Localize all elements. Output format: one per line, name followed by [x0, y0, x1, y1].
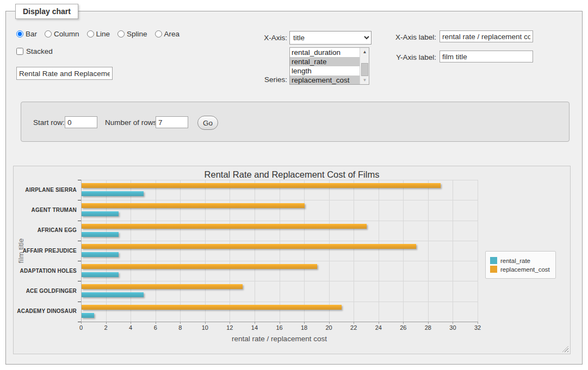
series-list-scrollbar[interactable]: ▲ ▼ — [360, 48, 369, 84]
gridline — [403, 180, 404, 322]
chart-type-label-column[interactable]: Column — [54, 30, 79, 38]
category-label: AIRPLANE SIERRA — [16, 187, 77, 193]
bar-replacement_cost — [82, 244, 416, 249]
gridline — [81, 261, 478, 261]
gridline — [428, 180, 429, 322]
series-listbox[interactable]: rental_durationrental_ratelengthreplacem… — [289, 47, 369, 85]
bar-replacement_cost — [82, 203, 305, 208]
gridline — [106, 180, 107, 322]
bar-replacement_cost — [82, 183, 441, 188]
series-option-length[interactable]: length — [290, 66, 360, 76]
y-axis-label-input[interactable] — [440, 51, 533, 62]
x-tick — [478, 322, 478, 324]
resize-grip-icon[interactable] — [562, 346, 568, 352]
chart-type-label-bar[interactable]: Bar — [26, 30, 37, 38]
chart-title-input[interactable] — [16, 67, 113, 80]
legend-item-replacement_cost[interactable]: replacement_cost — [490, 266, 550, 273]
rows-panel: Start row: Number of rows: Go — [21, 102, 570, 142]
x-axis-label-label: X-Axis label: — [387, 33, 436, 41]
chart-type-label-line[interactable]: Line — [96, 30, 110, 38]
scroll-down-icon[interactable]: ▼ — [360, 76, 369, 84]
bar-rental_rate — [82, 211, 119, 216]
bar-rental_rate — [82, 232, 119, 237]
x-axis-line — [81, 322, 478, 322]
x-axis-label-input[interactable] — [440, 30, 533, 42]
start-row-input[interactable] — [65, 116, 97, 128]
bar-replacement_cost — [82, 284, 243, 289]
series-option-rental_rate[interactable]: rental_rate — [290, 57, 360, 66]
gridline — [255, 180, 255, 322]
chart-type-radio-column[interactable] — [45, 30, 52, 37]
bar-replacement_cost — [82, 305, 342, 310]
y-axis-title: film title — [17, 221, 25, 281]
start-row-label: Start row: — [33, 118, 65, 127]
number-of-rows-input[interactable] — [156, 116, 188, 128]
legend-label: replacement_cost — [500, 266, 550, 273]
x-tick-label: 4 — [119, 324, 143, 331]
gridline — [131, 180, 131, 322]
x-tick-label: 20 — [317, 324, 341, 331]
gridline — [81, 200, 478, 200]
legend-item-rental_rate[interactable]: rental_rate — [490, 257, 550, 264]
category-label: AGENT TRUMAN — [16, 207, 77, 213]
bar-rental_rate — [82, 191, 144, 196]
fieldset-legend: Display chart — [15, 4, 78, 19]
x-tick-label: 30 — [441, 324, 465, 331]
x-tick-label: 12 — [218, 324, 242, 331]
gridline — [81, 302, 478, 302]
bar-replacement_cost — [82, 264, 317, 269]
legend-swatch-icon — [490, 266, 497, 273]
chart-plot-area — [81, 180, 478, 322]
series-option-rental_duration[interactable]: rental_duration — [290, 48, 360, 57]
chart-title: Rental Rate and Replacement Cost of Film… — [14, 170, 570, 180]
series-option-replacement_cost[interactable]: replacement_cost — [290, 76, 360, 85]
stacked-checkbox[interactable] — [16, 48, 23, 55]
chart-type-radio-area[interactable] — [155, 30, 162, 37]
bar-replacement_cost — [82, 224, 367, 229]
scroll-up-icon[interactable]: ▲ — [360, 48, 369, 56]
x-axis-select[interactable]: title — [289, 31, 372, 45]
chart-type-label-area[interactable]: Area — [164, 30, 180, 38]
x-tick-label: 16 — [268, 324, 292, 331]
bar-rental_rate — [82, 272, 119, 277]
x-tick-label: 28 — [416, 324, 440, 331]
x-tick-label: 18 — [292, 324, 316, 331]
chart-type-radio-line[interactable] — [87, 30, 94, 37]
x-tick-label: 0 — [69, 324, 93, 331]
bar-rental_rate — [82, 313, 94, 318]
gridline — [379, 180, 379, 322]
chart-type-radio-group: BarColumnLineSplineArea — [16, 30, 187, 38]
gridline — [156, 180, 156, 322]
chart-container: Rental Rate and Replacement Cost of Film… — [13, 166, 571, 354]
category-label: ADAPTATION HOLES — [16, 268, 77, 274]
gridline — [453, 180, 453, 322]
legend-swatch-icon — [490, 257, 497, 264]
stacked-label[interactable]: Stacked — [26, 47, 53, 55]
x-tick-label: 22 — [342, 324, 366, 331]
page: Display chart BarColumnLineSplineArea St… — [0, 0, 588, 370]
gridline — [81, 241, 478, 241]
category-label: ACADEMY DINOSAUR — [16, 308, 77, 314]
chart-type-radio-bar[interactable] — [16, 30, 23, 37]
y-axis-label-label: Y-Axis label: — [387, 53, 436, 61]
x-tick-label: 6 — [144, 324, 168, 331]
stacked-row: Stacked — [16, 47, 53, 55]
x-axis-select-label: X-Axis: — [245, 34, 287, 42]
chart-type-label-spline[interactable]: Spline — [127, 30, 147, 38]
gridline — [205, 180, 206, 322]
category-label: AFFAIR PREJUDICE — [16, 248, 77, 254]
chart-type-radio-spline[interactable] — [117, 30, 125, 37]
y-axis-line — [81, 180, 82, 322]
bar-rental_rate — [82, 252, 119, 257]
scrollbar-thumb[interactable] — [361, 63, 368, 76]
x-tick-label: 14 — [243, 324, 267, 331]
bar-rental_rate — [82, 292, 144, 297]
gridline — [280, 180, 280, 322]
series-options: rental_durationrental_ratelengthreplacem… — [290, 48, 360, 84]
gridline — [81, 281, 478, 281]
go-button[interactable]: Go — [197, 116, 218, 130]
gridline — [354, 180, 354, 322]
series-list-label: Series: — [245, 76, 287, 84]
x-tick-label: 26 — [391, 324, 415, 331]
category-label: ACE GOLDFINGER — [16, 288, 77, 294]
